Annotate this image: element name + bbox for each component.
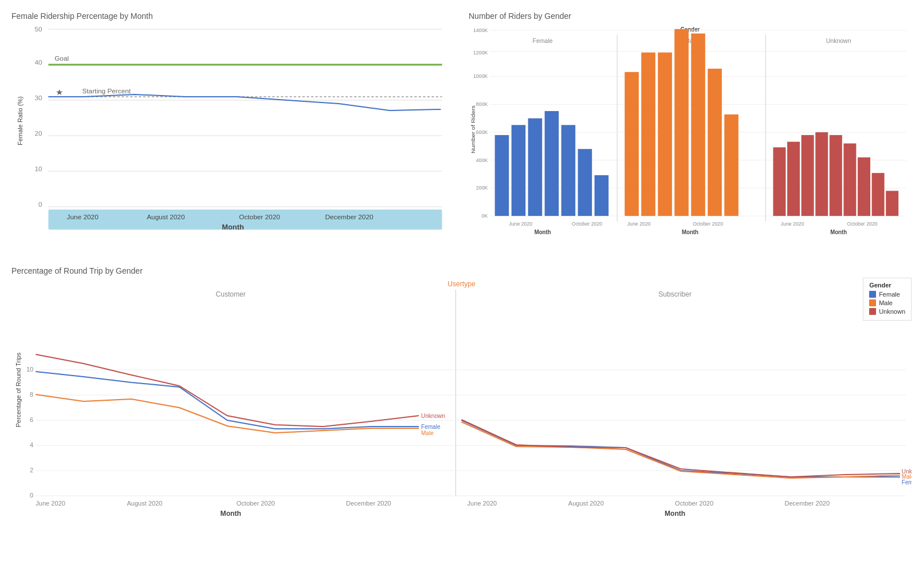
svg-text:December 2020: December 2020 <box>346 500 391 507</box>
svg-text:30: 30 <box>35 94 42 101</box>
svg-text:October 2020: October 2020 <box>237 500 275 507</box>
female-ridership-panel: Female Ridership Percentage by Month 0 1… <box>6 6 460 258</box>
svg-text:June 2020: June 2020 <box>67 214 99 220</box>
svg-text:Month: Month <box>535 229 551 236</box>
svg-rect-54 <box>625 72 639 216</box>
svg-text:Male: Male <box>421 430 434 436</box>
svg-text:200K: 200K <box>476 185 488 191</box>
female-ridership-chart: 0 10 20 30 40 50 Goal Starting Perce <box>11 23 454 235</box>
svg-text:Number of Riders: Number of Riders <box>470 105 476 153</box>
svg-text:Month: Month <box>682 229 698 236</box>
svg-rect-66 <box>843 143 856 216</box>
svg-rect-51 <box>561 125 576 216</box>
riders-svg: Gender Female Male Unknown 0K 200K 400K … <box>469 23 912 241</box>
svg-text:0: 0 <box>30 492 33 499</box>
svg-text:Starting Percent: Starting Percent <box>82 88 131 94</box>
svg-text:1000K: 1000K <box>473 73 488 80</box>
svg-rect-63 <box>802 135 814 216</box>
svg-rect-69 <box>886 191 898 216</box>
svg-rect-48 <box>512 125 526 216</box>
svg-rect-55 <box>641 53 655 216</box>
svg-text:October 2020: October 2020 <box>847 220 878 227</box>
svg-text:10: 10 <box>35 165 42 172</box>
svg-text:June 2020: June 2020 <box>509 220 532 227</box>
dashboard: Female Ridership Percentage by Month 0 1… <box>0 0 923 588</box>
svg-text:Percentage of Round Trips: Percentage of Round Trips <box>15 352 22 427</box>
svg-rect-50 <box>545 111 559 216</box>
svg-text:June 2020: June 2020 <box>36 500 65 507</box>
svg-text:Month: Month <box>665 510 685 518</box>
svg-rect-49 <box>528 119 543 216</box>
svg-text:October 2020: October 2020 <box>675 500 713 507</box>
roundtrip-panel: Percentage of Round Trip by Gender Gende… <box>6 261 917 535</box>
chart3-title: Percentage of Round Trip by Gender <box>11 266 143 275</box>
svg-text:August 2020: August 2020 <box>568 500 604 507</box>
svg-text:Unknown: Unknown <box>826 37 851 45</box>
svg-text:October 2020: October 2020 <box>693 220 723 227</box>
svg-rect-52 <box>578 149 592 216</box>
roundtrip-chart: Usertype Customer Subscriber 0 2 4 6 8 1… <box>11 278 912 519</box>
svg-rect-58 <box>691 34 705 216</box>
svg-text:10: 10 <box>26 366 33 373</box>
svg-text:1200K: 1200K <box>473 49 488 56</box>
svg-rect-62 <box>787 142 800 216</box>
svg-text:600K: 600K <box>476 129 488 136</box>
svg-text:Goal: Goal <box>54 55 69 62</box>
svg-text:400K: 400K <box>476 157 488 163</box>
svg-text:50: 50 <box>35 26 42 33</box>
svg-text:August 2020: August 2020 <box>127 500 162 507</box>
svg-rect-59 <box>708 69 722 216</box>
svg-rect-67 <box>858 157 870 216</box>
svg-text:June 2020: June 2020 <box>627 220 651 227</box>
svg-text:Female: Female <box>421 424 441 430</box>
svg-text:August 2020: August 2020 <box>147 214 184 220</box>
svg-text:Month: Month <box>222 223 244 231</box>
svg-text:4: 4 <box>30 441 33 448</box>
svg-text:Unknown: Unknown <box>421 413 445 419</box>
svg-rect-56 <box>658 53 672 216</box>
svg-text:October 2020: October 2020 <box>239 214 280 220</box>
svg-rect-57 <box>674 29 689 216</box>
svg-text:800K: 800K <box>476 101 488 108</box>
svg-rect-68 <box>872 173 885 216</box>
svg-text:1400K: 1400K <box>473 27 488 33</box>
svg-text:Subscriber: Subscriber <box>658 290 692 298</box>
svg-text:Female: Female <box>533 37 553 45</box>
svg-text:Female Ratio (%): Female Ratio (%) <box>17 96 23 145</box>
svg-text:6: 6 <box>30 416 33 423</box>
svg-text:0: 0 <box>38 201 42 208</box>
svg-text:Month: Month <box>221 510 241 518</box>
svg-rect-61 <box>773 147 785 216</box>
svg-text:Female: Female <box>902 479 912 486</box>
svg-text:20: 20 <box>35 130 42 137</box>
chart2-title: Number of Riders by Gender <box>469 11 912 21</box>
svg-rect-65 <box>830 135 842 216</box>
female-ridership-svg: 0 10 20 30 40 50 Goal Starting Perce <box>11 23 454 235</box>
svg-text:June 2020: June 2020 <box>468 500 497 507</box>
svg-text:December 2020: December 2020 <box>325 214 374 220</box>
svg-text:Customer: Customer <box>216 290 246 298</box>
svg-text:8: 8 <box>30 391 33 398</box>
svg-text:Usertype: Usertype <box>447 280 476 288</box>
svg-rect-60 <box>724 115 739 216</box>
svg-text:June 2020: June 2020 <box>781 220 804 227</box>
riders-by-gender-chart: Gender Female Male Unknown 0K 200K 400K … <box>469 23 912 241</box>
svg-rect-0 <box>48 29 442 207</box>
svg-text:2: 2 <box>30 467 33 473</box>
svg-rect-47 <box>495 135 509 216</box>
svg-text:October 2020: October 2020 <box>572 220 602 227</box>
svg-text:December 2020: December 2020 <box>784 500 830 507</box>
roundtrip-svg: Usertype Customer Subscriber 0 2 4 6 8 1… <box>11 278 912 519</box>
svg-text:0K: 0K <box>482 213 489 219</box>
svg-text:Month: Month <box>830 229 847 236</box>
svg-text:40: 40 <box>35 59 42 66</box>
svg-text:★: ★ <box>56 88 63 96</box>
svg-rect-64 <box>815 132 828 216</box>
riders-by-gender-panel: Number of Riders by Gender Gender Female… <box>463 6 917 258</box>
chart1-title: Female Ridership Percentage by Month <box>11 11 454 21</box>
svg-rect-53 <box>595 175 609 216</box>
